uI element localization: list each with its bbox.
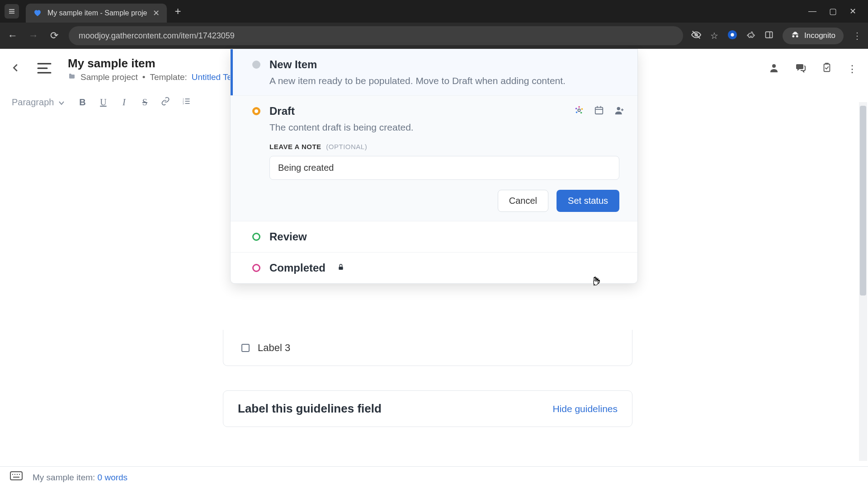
- lock-icon: [337, 263, 344, 273]
- svg-rect-33: [339, 267, 343, 270]
- incognito-indicator[interactable]: Incognito: [783, 28, 844, 44]
- outline-toggle-icon[interactable]: [37, 62, 52, 76]
- tab-favicon-icon: [33, 9, 42, 18]
- item-title[interactable]: My sample item: [68, 56, 258, 70]
- guidelines-card: Label this guidelines field Hide guideli…: [223, 390, 632, 427]
- eye-off-icon[interactable]: [691, 30, 701, 42]
- nav-forward-icon[interactable]: →: [27, 30, 40, 42]
- breadcrumb: Sample project • Template: Untitled Temp…: [68, 72, 258, 82]
- svg-point-24: [576, 111, 578, 113]
- url-field[interactable]: moodjoy.gathercontent.com/item/17423059: [69, 26, 683, 45]
- svg-point-12: [772, 64, 776, 68]
- status-option-draft[interactable]: Draft The content draft is being created…: [231, 95, 637, 221]
- link-button[interactable]: [158, 97, 173, 108]
- comments-icon[interactable]: [795, 62, 807, 76]
- word-count-label: My sample item: 0 words: [33, 473, 127, 483]
- status-note-input[interactable]: [269, 156, 619, 180]
- side-panel-icon[interactable]: [764, 30, 774, 42]
- svg-point-22: [581, 108, 583, 110]
- status-button-row: Cancel Set status: [252, 190, 625, 212]
- maximize-icon[interactable]: ▢: [829, 6, 837, 16]
- nav-reload-icon[interactable]: ⟳: [48, 30, 61, 42]
- window-controls: — ▢ ✕: [808, 6, 863, 16]
- breadcrumb-separator: •: [142, 72, 146, 82]
- chevron-down-icon: [58, 97, 65, 108]
- label-checkbox-row[interactable]: Label 3: [223, 330, 632, 366]
- status-name: Completed: [269, 262, 326, 274]
- bookmark-star-icon[interactable]: ☆: [710, 30, 718, 41]
- url-text: moodjoy.gathercontent.com/item/17423059: [79, 31, 235, 41]
- status-color-dot-icon: [252, 107, 260, 115]
- keyboard-icon[interactable]: [10, 471, 23, 484]
- people-icon[interactable]: [769, 62, 779, 76]
- browser-tab[interactable]: My sample item - Sample proje ✕: [26, 4, 167, 23]
- svg-rect-2: [9, 13, 14, 14]
- status-option-new-item[interactable]: New Item A new item ready to be populate…: [231, 49, 637, 95]
- svg-point-21: [578, 106, 580, 108]
- svg-point-25: [576, 108, 577, 109]
- kebab-menu-icon[interactable]: ⋮: [853, 30, 862, 41]
- browser-chrome: My sample item - Sample proje ✕ + — ▢ ✕ …: [0, 0, 868, 49]
- status-name: Draft: [269, 105, 295, 117]
- strikethrough-button[interactable]: S: [137, 97, 152, 108]
- new-tab-button[interactable]: +: [175, 5, 181, 18]
- svg-point-20: [578, 109, 580, 112]
- status-option-review[interactable]: Review: [231, 221, 637, 252]
- paragraph-format-select[interactable]: Paragraph: [12, 97, 69, 108]
- status-option-completed[interactable]: Completed: [231, 252, 637, 283]
- format-select-label: Paragraph: [12, 97, 54, 108]
- hide-guidelines-link[interactable]: Hide guidelines: [552, 404, 618, 414]
- workflow-settings-icon[interactable]: [574, 105, 584, 117]
- app-viewport: My sample item Sample project • Template…: [0, 49, 868, 488]
- status-dropdown: New Item A new item ready to be populate…: [230, 49, 638, 284]
- assign-person-icon[interactable]: [614, 105, 625, 117]
- ordered-list-button[interactable]: 123: [179, 97, 194, 108]
- close-window-icon[interactable]: ✕: [849, 6, 856, 16]
- cancel-button[interactable]: Cancel: [498, 190, 548, 212]
- svg-point-23: [580, 112, 582, 113]
- app-menu-button[interactable]: [5, 4, 19, 19]
- svg-text:3: 3: [183, 102, 184, 104]
- guidelines-title: Label this guidelines field: [238, 402, 382, 416]
- status-description: The content draft is being created.: [269, 122, 625, 133]
- address-bar-actions: ☆ Incognito ⋮: [691, 28, 862, 44]
- italic-button[interactable]: I: [116, 97, 132, 108]
- svg-rect-13: [824, 64, 830, 72]
- tab-close-icon[interactable]: ✕: [153, 8, 160, 18]
- back-chevron-icon[interactable]: [11, 61, 21, 78]
- bottom-status-bar: My sample item: 0 words: [0, 466, 868, 488]
- tab-bar: My sample item - Sample proje ✕ + — ▢ ✕: [0, 0, 868, 23]
- word-count-value: 0 words: [98, 473, 128, 482]
- clipboard-icon[interactable]: [822, 62, 832, 76]
- title-block: My sample item Sample project • Template…: [68, 56, 258, 82]
- svg-rect-0: [9, 9, 14, 10]
- svg-point-6: [731, 33, 734, 36]
- scrollbar[interactable]: [859, 102, 867, 461]
- template-prefix: Template:: [150, 72, 187, 82]
- more-menu-icon[interactable]: ⋮: [847, 63, 857, 75]
- incognito-label: Incognito: [804, 31, 835, 40]
- svg-rect-7: [766, 32, 773, 38]
- profile-avatar-icon[interactable]: [727, 30, 737, 42]
- status-name: New Item: [269, 58, 317, 71]
- project-name[interactable]: Sample project: [80, 72, 138, 82]
- extensions-icon[interactable]: [746, 30, 755, 42]
- status-color-dot-icon: [252, 264, 260, 272]
- minimize-icon[interactable]: —: [808, 6, 816, 16]
- scrollbar-thumb[interactable]: [860, 106, 866, 296]
- calendar-icon[interactable]: [594, 105, 604, 117]
- nav-back-icon[interactable]: ←: [6, 30, 19, 42]
- folder-icon: [68, 72, 76, 82]
- header-actions: ⋮: [769, 62, 857, 76]
- checkbox-icon[interactable]: [241, 344, 250, 352]
- status-name: Review: [269, 230, 307, 243]
- svg-rect-1: [9, 11, 14, 12]
- tab-title: My sample item - Sample proje: [47, 9, 147, 17]
- underline-button[interactable]: U: [95, 97, 111, 108]
- status-color-dot-icon: [252, 233, 260, 241]
- status-row-actions: [574, 105, 625, 117]
- incognito-icon: [791, 30, 800, 42]
- bold-button[interactable]: B: [75, 97, 90, 108]
- svg-rect-26: [595, 107, 603, 114]
- set-status-button[interactable]: Set status: [557, 190, 619, 212]
